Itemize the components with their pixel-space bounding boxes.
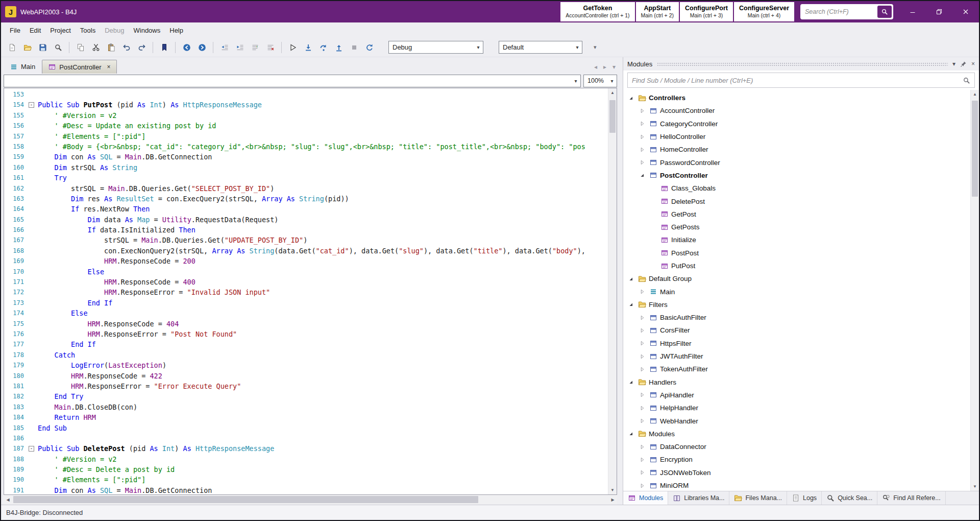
code-line[interactable]: 168 con.ExecNonQuery2(strSQL, Array As S… <box>4 246 608 256</box>
close-tab-icon[interactable]: × <box>107 63 111 70</box>
menu-tools[interactable]: Tools <box>76 24 100 37</box>
undo-button[interactable] <box>119 40 133 54</box>
panel-vscroll-thumb[interactable] <box>972 101 978 197</box>
scroll-down-icon[interactable]: ▼ <box>608 486 617 494</box>
collapse-region-icon[interactable]: - <box>29 102 34 108</box>
debug-mode-combo[interactable]: Debug ▾ <box>388 41 483 54</box>
editor-vscroll-thumb[interactable] <box>609 100 616 133</box>
tree-item-corsfilter[interactable]: CorsFilter <box>623 324 970 337</box>
code-line[interactable]: 170 Else <box>4 267 608 277</box>
code-line[interactable]: 182 End Try <box>4 391 608 401</box>
expand-arrow-icon[interactable] <box>639 133 646 140</box>
tree-item-httpsfilter[interactable]: HttpsFilter <box>623 337 970 350</box>
code-line[interactable]: 183 Main.DB.CloseDB(con) <box>4 402 608 412</box>
panel-vscroll-track[interactable] <box>971 99 979 482</box>
copy-button[interactable] <box>74 40 87 54</box>
panel-tab-modules[interactable]: Modules <box>623 491 668 505</box>
expand-arrow-icon[interactable] <box>639 159 646 166</box>
expand-arrow-icon[interactable] <box>639 391 646 398</box>
code-line[interactable]: 177 End If <box>4 339 608 349</box>
code-line[interactable]: 159 Dim con As SQL = Main.DB.GetConnecti… <box>4 152 608 162</box>
paste-button[interactable] <box>104 40 118 54</box>
tree-item-postcontroller[interactable]: PostController <box>623 169 970 182</box>
save-button[interactable] <box>36 40 50 54</box>
menu-file[interactable]: File <box>5 24 25 37</box>
open-project-button[interactable] <box>20 40 34 54</box>
editor-hscroll-thumb[interactable] <box>13 496 478 503</box>
uncomment-button[interactable] <box>263 40 277 54</box>
panel-tab-libraries-ma[interactable]: Libraries Ma... <box>668 491 729 505</box>
scroll-right-icon[interactable]: ▶ <box>608 498 617 502</box>
tree-item-getpost[interactable]: GetPost <box>623 208 970 221</box>
code-editor[interactable]: 153154-Public Sub PutPost (pid As Int) A… <box>4 88 608 494</box>
code-line[interactable]: 164 If res.NextRow Then <box>4 204 608 214</box>
expand-arrow-icon[interactable] <box>639 366 646 373</box>
tree-item-class-globals[interactable]: Class_Globals <box>623 182 970 195</box>
scroll-tabs-right-icon[interactable]: ▸ <box>603 63 606 70</box>
quick-button-configureserver[interactable]: ConfigureServerMain (ctrl + 4) <box>734 2 794 21</box>
expand-arrow-icon[interactable] <box>639 314 646 321</box>
code-line[interactable]: 171 HRM.ResponseCode = 400 <box>4 277 608 287</box>
panel-menu-icon[interactable]: ▾ <box>952 60 955 67</box>
tree-item-hellocontroller[interactable]: HelloController <box>623 130 970 143</box>
tree-item-getposts[interactable]: GetPosts <box>623 221 970 233</box>
code-line[interactable]: 189 ' #Desc = Delete a post by id <box>4 464 608 475</box>
new-module-button[interactable] <box>5 40 19 54</box>
modules-search-input[interactable]: Find Sub / Module / Line number (Ctrl+E) <box>627 73 975 88</box>
collapse-arrow-icon[interactable] <box>639 172 646 179</box>
code-line[interactable]: 190 ' #Elements = [":pid"] <box>4 475 608 485</box>
expand-arrow-icon[interactable] <box>639 482 646 489</box>
code-line[interactable]: 173 End If <box>4 298 608 308</box>
scroll-up-icon[interactable]: ▲ <box>971 90 979 99</box>
member-navigation-combo[interactable]: ▾ <box>4 75 581 87</box>
tree-item-main[interactable]: Main <box>623 285 970 298</box>
panel-tab-files-mana[interactable]: Files Mana... <box>729 491 787 505</box>
code-line[interactable]: 156 ' #Desc = Update an existing post by… <box>4 121 608 131</box>
close-button[interactable] <box>952 1 979 22</box>
tree-item-jwtauthfilter[interactable]: JWTAuthFilter <box>623 350 970 363</box>
expand-arrow-icon[interactable] <box>639 288 646 295</box>
code-line[interactable]: 154-Public Sub PutPost (pid As Int) As H… <box>4 100 608 110</box>
code-line[interactable]: 153 <box>4 89 608 100</box>
collapse-arrow-icon[interactable] <box>627 275 635 282</box>
cut-button[interactable] <box>89 40 103 54</box>
editor-hscroll-track[interactable] <box>12 495 608 504</box>
code-line[interactable]: 166 If data.IsInitialized Then <box>4 225 608 235</box>
step-over-button[interactable] <box>316 40 330 54</box>
collapse-region-icon[interactable]: - <box>29 446 34 452</box>
menu-debug[interactable]: Debug <box>100 24 129 37</box>
build-config-combo[interactable]: Default ▾ <box>499 41 582 54</box>
code-line[interactable]: 161 Try <box>4 173 608 183</box>
expand-arrow-icon[interactable] <box>639 327 646 334</box>
search-button[interactable] <box>877 6 892 18</box>
run-button[interactable] <box>286 40 300 54</box>
pin-icon[interactable] <box>960 61 967 67</box>
tree-item-webhandler[interactable]: WebHandler <box>623 414 970 427</box>
scroll-up-icon[interactable]: ▲ <box>608 88 617 97</box>
collapse-arrow-icon[interactable] <box>627 301 635 308</box>
code-line[interactable]: 162 strSQL = Main.DB.Queries.Get("SELECT… <box>4 183 608 194</box>
code-line[interactable]: 179 LogError(LastException) <box>4 360 608 370</box>
editor-vertical-scrollbar[interactable]: ▲ ▼ <box>608 88 617 494</box>
code-line[interactable]: 181 HRM.ResponseError = "Error Execute Q… <box>4 381 608 391</box>
stop-button[interactable] <box>347 40 361 54</box>
panel-tab-logs[interactable]: Logs <box>787 491 822 505</box>
expand-arrow-icon[interactable] <box>639 417 646 424</box>
tab-main[interactable]: Main <box>4 60 41 74</box>
quick-button-appstart[interactable]: AppStartMain (ctrl + 2) <box>636 2 679 21</box>
tree-item-postpost[interactable]: PostPost <box>623 247 970 259</box>
expand-arrow-icon[interactable] <box>639 340 646 347</box>
code-line[interactable]: 172 HRM.ResponseError = "Invalid JSON in… <box>4 287 608 297</box>
find-button[interactable] <box>51 40 65 54</box>
code-line[interactable]: 157 ' #Elements = [":pid"] <box>4 131 608 141</box>
navigate-back-button[interactable] <box>180 40 193 54</box>
code-line[interactable]: 178 Catch <box>4 350 608 360</box>
menu-edit[interactable]: Edit <box>25 24 45 37</box>
tree-item-categorycontroller[interactable]: CategoryController <box>623 117 970 130</box>
code-line[interactable]: 184 Return HRM <box>4 412 608 422</box>
expand-arrow-icon[interactable] <box>639 120 646 127</box>
code-line[interactable]: 176 HRM.ResponseError = "Post Not Found" <box>4 329 608 339</box>
collapse-arrow-icon[interactable] <box>627 94 635 102</box>
panel-tab-find-all-refere[interactable]: Find All Refere... <box>877 491 945 505</box>
tree-item-deletepost[interactable]: DeletePost <box>623 195 970 207</box>
